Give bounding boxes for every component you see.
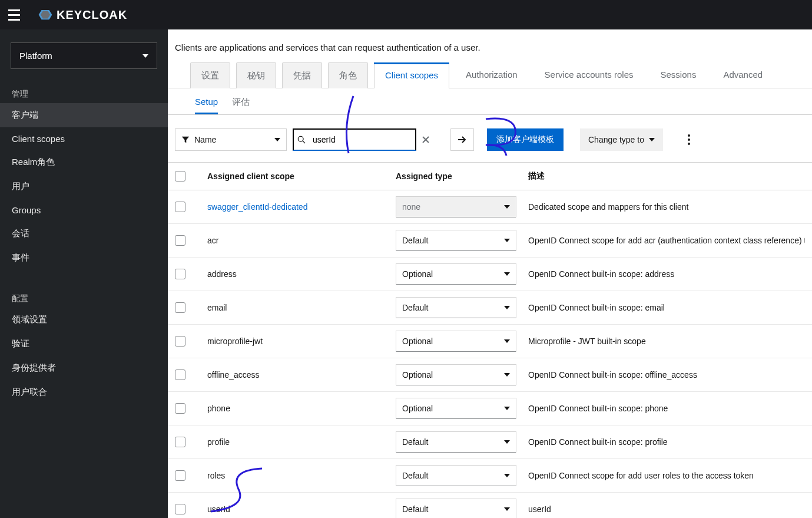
chevron-down-icon xyxy=(142,54,148,58)
select-all-checkbox[interactable] xyxy=(175,171,185,182)
menu-toggle-button[interactable] xyxy=(7,8,21,22)
keycloak-logo-icon xyxy=(38,7,53,22)
row-checkbox[interactable] xyxy=(175,369,185,380)
tab[interactable]: Client scopes xyxy=(374,62,449,88)
table-row: profileDefaultOpenID Connect built-in sc… xyxy=(168,425,812,459)
table-row: addressOptionalOpenID Connect built-in s… xyxy=(168,258,812,291)
row-checkbox[interactable] xyxy=(175,302,185,313)
sub-tabs: Setup评估 xyxy=(168,88,812,115)
close-icon xyxy=(422,136,429,143)
sidebar-item[interactable]: 客户端 xyxy=(0,103,168,127)
chevron-down-icon xyxy=(504,474,510,477)
sidebar-item[interactable]: 身份提供者 xyxy=(0,356,168,380)
scope-description: userId xyxy=(528,504,805,514)
sidebar: Platform 管理 客户端Client scopesRealm角色用户Gro… xyxy=(0,29,168,518)
clear-search-button[interactable] xyxy=(422,128,445,151)
tab[interactable]: Authorization xyxy=(455,62,528,88)
change-type-button[interactable]: Change type to xyxy=(580,128,663,151)
topbar: KEYCLOAK xyxy=(0,0,812,29)
tab[interactable]: 凭据 xyxy=(282,62,322,88)
chevron-down-icon xyxy=(649,138,655,141)
col-desc: 描述 xyxy=(528,171,805,182)
tab[interactable]: Service accounts roles xyxy=(534,62,644,88)
brand-text: KEYCLOAK xyxy=(57,8,127,22)
chevron-down-icon xyxy=(504,239,510,242)
add-client-scope-button[interactable]: 添加客户端模板 xyxy=(487,128,564,151)
subtab[interactable]: 评估 xyxy=(232,97,250,114)
toolbar: Name 添加客户端模板 Change type to xyxy=(168,115,812,163)
row-checkbox[interactable] xyxy=(175,336,185,347)
tab[interactable]: 秘钥 xyxy=(236,62,276,88)
scope-description: OpenID Connect built-in scope: profile xyxy=(528,437,805,447)
arrow-right-icon xyxy=(458,136,467,144)
scope-description: OpenID Connect built-in scope: offline_a… xyxy=(528,370,805,380)
col-type: Assigned type xyxy=(396,171,528,181)
assigned-type-select[interactable]: Optional xyxy=(396,331,516,352)
chevron-down-icon xyxy=(504,507,510,511)
scope-description: OpenID Connect built-in scope: email xyxy=(528,303,805,312)
col-scope: Assigned client scope xyxy=(207,171,396,181)
assigned-type-select[interactable]: Default xyxy=(396,297,516,318)
tab[interactable]: Sessions xyxy=(650,62,707,88)
sidebar-item[interactable]: Realm角色 xyxy=(0,150,168,174)
client-scopes-table: Assigned client scope Assigned type 描述 s… xyxy=(168,163,812,518)
scope-name[interactable]: swagger_clientId-dedicated xyxy=(207,202,396,212)
realm-selector[interactable]: Platform xyxy=(11,42,157,69)
row-checkbox[interactable] xyxy=(175,269,185,279)
sidebar-item[interactable]: 用户 xyxy=(0,174,168,199)
filter-attribute-select[interactable]: Name xyxy=(175,128,287,151)
sidebar-section-config: 配置 xyxy=(0,288,168,308)
row-checkbox[interactable] xyxy=(175,235,185,246)
kebab-menu-button[interactable] xyxy=(682,128,696,151)
table-row: acrDefaultOpenID Connect scope for add a… xyxy=(168,224,812,258)
primary-tabs: 设置秘钥凭据角色Client scopesAuthorizationServic… xyxy=(168,62,812,88)
search-icon xyxy=(297,136,306,144)
tab[interactable]: 设置 xyxy=(190,62,230,88)
chevron-down-icon xyxy=(274,138,280,141)
row-checkbox[interactable] xyxy=(175,202,185,212)
assigned-type-select[interactable]: Default xyxy=(396,499,516,518)
sidebar-item[interactable]: 事件 xyxy=(0,246,168,270)
chevron-down-icon xyxy=(504,306,510,309)
chevron-down-icon xyxy=(504,272,510,276)
scope-name: offline_access xyxy=(207,370,396,380)
search-submit-button[interactable] xyxy=(450,128,474,151)
search-input[interactable] xyxy=(293,128,416,151)
sidebar-item[interactable]: 会话 xyxy=(0,222,168,246)
assigned-type-select[interactable]: Optional xyxy=(396,398,516,419)
row-checkbox[interactable] xyxy=(175,437,185,447)
sidebar-item[interactable]: 领域设置 xyxy=(0,308,168,332)
sidebar-item[interactable]: Client scopes xyxy=(0,127,168,150)
sidebar-item[interactable]: 验证 xyxy=(0,332,168,356)
scope-description: Microprofile - JWT built-in scope xyxy=(528,336,805,346)
assigned-type-select[interactable]: Optional xyxy=(396,263,516,285)
main-content: Clients are applications and services th… xyxy=(168,29,812,518)
row-checkbox[interactable] xyxy=(175,504,185,514)
assigned-type-select[interactable]: Default xyxy=(396,230,516,251)
page-description: Clients are applications and services th… xyxy=(175,42,812,62)
assigned-type-select[interactable]: Default xyxy=(396,431,516,453)
scope-name: phone xyxy=(207,404,396,413)
brand-logo: KEYCLOAK xyxy=(38,7,127,22)
tab[interactable]: Advanced xyxy=(712,62,773,88)
chevron-down-icon xyxy=(504,373,510,377)
assigned-type-select[interactable]: Default xyxy=(396,465,516,486)
sidebar-item[interactable]: Groups xyxy=(0,199,168,222)
change-type-label: Change type to xyxy=(588,135,644,144)
sidebar-item[interactable]: 用户联合 xyxy=(0,380,168,404)
table-row: emailDefaultOpenID Connect built-in scop… xyxy=(168,291,812,325)
row-checkbox[interactable] xyxy=(175,403,185,414)
search-wrapper xyxy=(293,128,416,151)
scope-description: OpenID Connect built-in scope: phone xyxy=(528,404,805,413)
realm-name: Platform xyxy=(19,51,52,61)
scope-name: userId xyxy=(207,504,396,514)
scope-name: roles xyxy=(207,471,396,480)
subtab[interactable]: Setup xyxy=(195,97,218,114)
chevron-down-icon xyxy=(504,339,510,343)
table-row: phoneOptionalOpenID Connect built-in sco… xyxy=(168,392,812,425)
table-row: offline_accessOptionalOpenID Connect bui… xyxy=(168,358,812,392)
row-checkbox[interactable] xyxy=(175,470,185,481)
tab[interactable]: 角色 xyxy=(328,62,368,88)
assigned-type-select[interactable]: Optional xyxy=(396,364,516,385)
svg-line-3 xyxy=(303,141,305,143)
